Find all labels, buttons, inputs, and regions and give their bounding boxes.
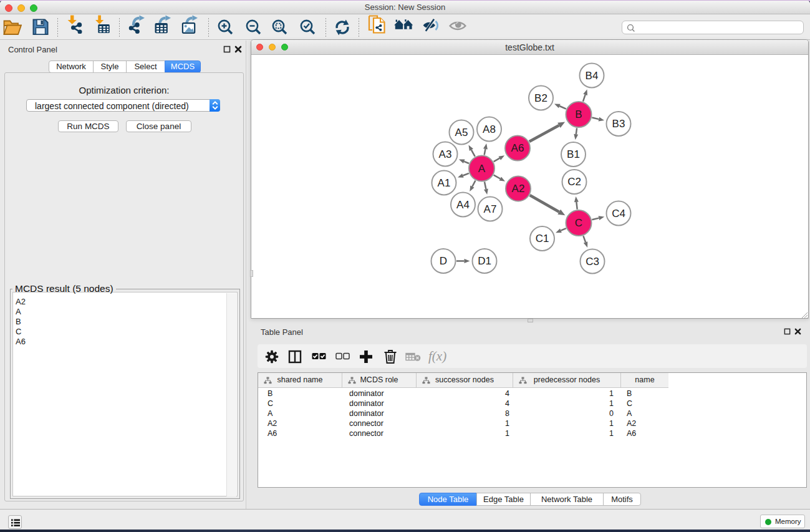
- svg-text:C: C: [575, 217, 582, 229]
- svg-text:A2: A2: [512, 183, 525, 195]
- svg-text:B1: B1: [567, 148, 580, 160]
- svg-text:D: D: [440, 255, 447, 267]
- svg-text:A8: A8: [483, 123, 496, 135]
- svg-text:B3: B3: [612, 118, 625, 130]
- svg-text:A7: A7: [484, 203, 497, 215]
- svg-text:B2: B2: [534, 92, 547, 104]
- svg-text:C2: C2: [567, 176, 581, 188]
- svg-text:A4: A4: [456, 199, 470, 211]
- svg-text:A: A: [478, 163, 486, 175]
- svg-text:A3: A3: [439, 148, 452, 160]
- svg-text:C3: C3: [586, 256, 599, 268]
- svg-text:B: B: [575, 109, 582, 120]
- svg-text:A1: A1: [438, 177, 451, 189]
- svg-text:B4: B4: [586, 70, 599, 82]
- svg-text:C1: C1: [536, 233, 549, 244]
- svg-text:C4: C4: [612, 208, 625, 220]
- svg-text:A6: A6: [511, 142, 524, 154]
- svg-text:D1: D1: [478, 255, 491, 267]
- svg-text:A5: A5: [455, 127, 468, 138]
